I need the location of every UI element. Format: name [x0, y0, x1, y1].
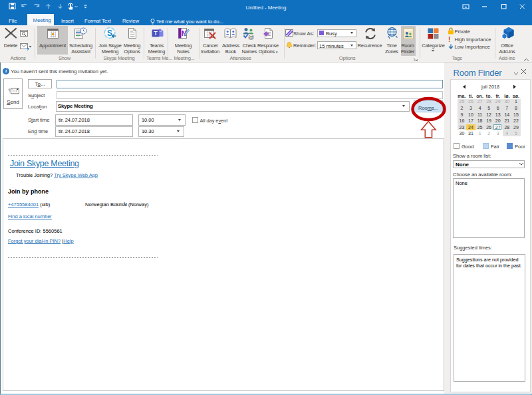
svg-text:S: S [107, 29, 112, 38]
svg-text:@: @ [248, 34, 254, 41]
svg-text:T: T [154, 30, 158, 37]
